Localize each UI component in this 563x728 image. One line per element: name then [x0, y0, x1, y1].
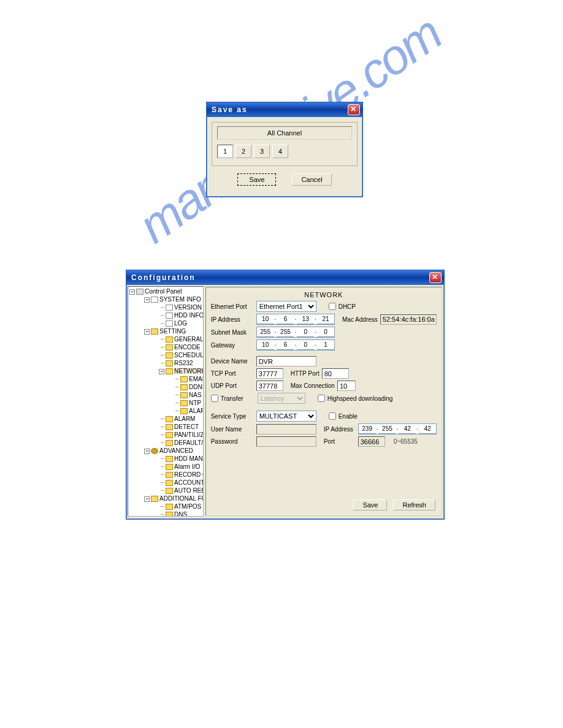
- folder-icon: [166, 320, 173, 327]
- expand-icon[interactable]: -: [144, 496, 150, 502]
- tree-item-account[interactable]: ACCOUNT: [158, 479, 202, 487]
- ethernet-port-select[interactable]: Ethernet Port1: [256, 301, 316, 312]
- cancel-button[interactable]: Cancel: [292, 173, 331, 186]
- tree-item-general[interactable]: GENERAL: [158, 335, 202, 343]
- tree-item-schedule[interactable]: SCHEDULE: [158, 351, 202, 359]
- folder-icon: [180, 400, 188, 406]
- folder-icon: [166, 440, 173, 446]
- subnet-octet-4[interactable]: [317, 327, 334, 337]
- tree-root[interactable]: -Control Panel-SYSTEM INFOVERSIONHDD INF…: [129, 287, 202, 517]
- tree-item-record-control[interactable]: RECORD CONTROL: [158, 471, 202, 479]
- tree-item-default-backup[interactable]: DEFAULT/BACKUP: [158, 439, 202, 447]
- ip2-octet-1[interactable]: [359, 424, 376, 434]
- http-port-field[interactable]: [322, 368, 349, 379]
- subnet-octet-2[interactable]: [277, 327, 294, 337]
- ip-octet-2[interactable]: [277, 314, 294, 324]
- tree-item-label: ACCOUNT: [174, 479, 204, 486]
- tree-item-email[interactable]: EMAIL: [173, 375, 202, 383]
- expand-icon[interactable]: -: [144, 297, 150, 303]
- tree-group-setting[interactable]: -SETTINGGENERALENCODESCHEDULERS232-NETWO…: [144, 327, 202, 447]
- udp-port-label: UDP Port: [211, 382, 254, 389]
- tree-item-label: LOG: [174, 320, 187, 327]
- save-button[interactable]: Save: [353, 499, 387, 510]
- folder-icon: [180, 376, 188, 382]
- config-tree[interactable]: -Control Panel-SYSTEM INFOVERSIONHDD INF…: [128, 286, 204, 517]
- tree-item-dns[interactable]: DNS: [158, 510, 202, 517]
- highspeed-label: Highspeed downloading: [327, 395, 393, 402]
- tree-item-alarm-center[interactable]: ALARM CENTER: [173, 407, 202, 415]
- subnet-octet-1[interactable]: [257, 327, 274, 337]
- tree-group-label: ADVANCED: [159, 447, 193, 454]
- subnet-octet-3[interactable]: [297, 327, 314, 337]
- device-name-field[interactable]: [256, 356, 316, 366]
- dhcp-checkbox[interactable]: [329, 303, 336, 310]
- udp-port-field[interactable]: [256, 381, 283, 391]
- tree-item-label: HDD INFO: [174, 312, 204, 319]
- tree-group-system-info[interactable]: -SYSTEM INFOVERSIONHDD INFOLOG: [144, 295, 202, 327]
- ip-octet-1[interactable]: [257, 314, 274, 324]
- close-icon[interactable]: ✕: [348, 104, 360, 115]
- configuration-window: Configuration ✕ -Control Panel-SYSTEM IN…: [126, 270, 445, 520]
- tree-item-atm-pos[interactable]: ATM/POS: [158, 502, 202, 510]
- tree-item-label: DDNS: [189, 384, 204, 390]
- ip-octet-4[interactable]: [317, 314, 334, 324]
- tree-item-version[interactable]: VERSION: [158, 303, 202, 311]
- transfer-checkbox[interactable]: [211, 395, 218, 402]
- tree-item-ntp[interactable]: NTP: [173, 399, 202, 407]
- enable-checkbox[interactable]: [329, 412, 336, 420]
- saveas-title: Save as: [212, 105, 248, 114]
- highspeed-checkbox[interactable]: [318, 395, 325, 402]
- max-conn-field[interactable]: [337, 381, 356, 391]
- tree-group-additional-function[interactable]: -ADDITIONAL FUNCTIONATM/POSDNS: [144, 495, 202, 517]
- expand-icon[interactable]: -: [144, 449, 150, 454]
- tree-item-label: NAS: [189, 392, 202, 398]
- tree-item-alarm-i-o[interactable]: Alarm I/O: [158, 463, 202, 471]
- tcp-port-field[interactable]: [256, 368, 283, 379]
- tree-item-hdd-info[interactable]: HDD INFO: [158, 311, 202, 319]
- ip2-octet-2[interactable]: [378, 424, 396, 434]
- ip2-octet-4[interactable]: [419, 424, 436, 434]
- tree-item-hdd-management[interactable]: HDD MANAGEMENT: [158, 455, 202, 463]
- gateway-octet-2[interactable]: [277, 340, 294, 350]
- tree-item-alarm[interactable]: ALARM: [158, 415, 202, 423]
- tree-item-detect[interactable]: DETECT: [158, 423, 202, 431]
- save-button[interactable]: Save: [237, 173, 276, 186]
- folder-icon: [180, 392, 188, 398]
- tree-item-encode[interactable]: ENCODE: [158, 343, 202, 351]
- tree-item-label: AUTO REBOOT: [174, 487, 204, 494]
- folder-icon: [166, 504, 173, 510]
- http-port-label: HTTP Port: [291, 370, 320, 377]
- ip-octet-3[interactable]: [297, 314, 314, 324]
- refresh-button[interactable]: Refresh: [393, 499, 435, 510]
- expand-icon[interactable]: -: [129, 289, 135, 295]
- folder-icon: [151, 328, 158, 335]
- folder-icon: [180, 384, 188, 390]
- ip2-octet-3[interactable]: [399, 424, 416, 434]
- tree-item-network[interactable]: -NETWORKEMAILDDNSNASNTPALARM CENTER: [158, 367, 202, 415]
- panel-heading: NETWORK: [211, 291, 437, 298]
- tree-item-ddns[interactable]: DDNS: [173, 383, 202, 391]
- channel-button-4[interactable]: 4: [272, 145, 288, 158]
- expand-icon[interactable]: -: [159, 369, 164, 374]
- expand-icon[interactable]: -: [144, 329, 150, 335]
- all-channel-button[interactable]: All Channel: [217, 126, 352, 140]
- service-type-select[interactable]: MULTICAST: [256, 411, 316, 422]
- gateway-octet-3[interactable]: [297, 340, 314, 350]
- tree-item-label: NETWORK: [174, 368, 204, 374]
- tree-item-log[interactable]: LOG: [158, 319, 202, 327]
- channel-button-1[interactable]: 1: [217, 145, 233, 158]
- tree-group-advanced[interactable]: -ADVANCEDHDD MANAGEMENTAlarm I/ORECORD C…: [144, 447, 202, 495]
- mac-field: [380, 314, 437, 325]
- tree-item-nas[interactable]: NAS: [173, 391, 202, 399]
- gateway-octet-1[interactable]: [257, 340, 274, 350]
- username-label: User Name: [211, 426, 254, 433]
- tree-item-rs232[interactable]: RS232: [158, 359, 202, 367]
- channel-button-2[interactable]: 2: [236, 145, 251, 158]
- tree-item-pan-tili-zoom[interactable]: PAN/TILI/ZOOM: [158, 431, 202, 439]
- tree-group-label: SETTING: [159, 328, 186, 335]
- tree-item-label: SCHEDULE: [174, 352, 204, 358]
- channel-button-3[interactable]: 3: [254, 145, 270, 158]
- tree-item-auto-reboot[interactable]: AUTO REBOOT: [158, 487, 202, 495]
- close-icon[interactable]: ✕: [429, 272, 442, 283]
- gateway-octet-4[interactable]: [317, 340, 334, 350]
